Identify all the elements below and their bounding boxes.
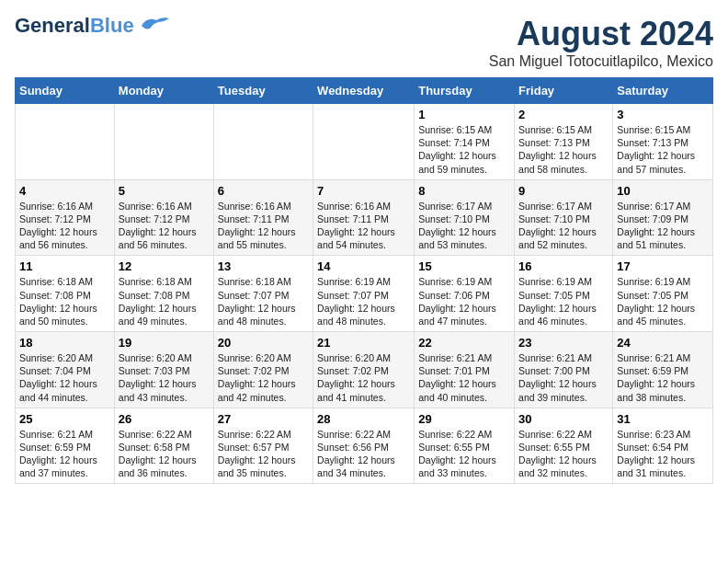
cell-info: Sunrise: 6:15 AM Sunset: 7:13 PM Dayligh… [518,123,609,176]
day-number: 6 [218,184,309,198]
cell-info: Sunrise: 6:20 AM Sunset: 7:03 PM Dayligh… [119,351,210,404]
cell-info: Sunrise: 6:20 AM Sunset: 7:02 PM Dayligh… [317,351,410,404]
day-number: 12 [119,259,210,273]
cell-info: Sunrise: 6:17 AM Sunset: 7:10 PM Dayligh… [418,200,510,252]
calendar-week-row: 11Sunrise: 6:18 AM Sunset: 7:08 PM Dayli… [16,256,713,332]
calendar-week-row: 1Sunrise: 6:15 AM Sunset: 7:14 PM Daylig… [16,104,713,180]
cell-info: Sunrise: 6:21 AM Sunset: 7:01 PM Dayligh… [418,351,510,404]
cell-info: Sunrise: 6:21 AM Sunset: 6:59 PM Dayligh… [19,428,110,480]
day-number: 2 [518,108,609,121]
calendar-cell: 10Sunrise: 6:17 AM Sunset: 7:09 PM Dayli… [613,179,713,256]
calendar-cell: 7Sunrise: 6:16 AM Sunset: 7:11 PM Daylig… [313,179,415,256]
calendar-cell: 2Sunrise: 6:15 AM Sunset: 7:13 PM Daylig… [515,104,613,180]
weekday-header-monday: Monday [114,78,213,104]
calendar-cell [114,104,213,180]
weekday-header-friday: Friday [515,78,613,104]
cell-info: Sunrise: 6:15 AM Sunset: 7:14 PM Dayligh… [418,123,510,176]
calendar-cell: 4Sunrise: 6:16 AM Sunset: 7:12 PM Daylig… [16,179,115,256]
calendar-cell [213,104,313,180]
cell-info: Sunrise: 6:19 AM Sunset: 7:05 PM Dayligh… [518,275,609,327]
cell-info: Sunrise: 6:22 AM Sunset: 6:55 PM Dayligh… [418,428,510,480]
calendar-cell: 28Sunrise: 6:22 AM Sunset: 6:56 PM Dayli… [313,408,415,484]
cell-info: Sunrise: 6:22 AM Sunset: 6:57 PM Dayligh… [218,428,309,480]
cell-info: Sunrise: 6:18 AM Sunset: 7:08 PM Dayligh… [19,275,110,327]
cell-info: Sunrise: 6:15 AM Sunset: 7:13 PM Dayligh… [617,123,709,176]
day-number: 16 [518,259,609,273]
calendar-cell: 6Sunrise: 6:16 AM Sunset: 7:11 PM Daylig… [213,179,313,256]
calendar-cell: 22Sunrise: 6:21 AM Sunset: 7:01 PM Dayli… [415,332,515,408]
day-number: 9 [518,184,609,198]
month-title: August 2024 [489,15,713,53]
calendar-cell: 26Sunrise: 6:22 AM Sunset: 6:58 PM Dayli… [114,408,213,484]
calendar-cell: 8Sunrise: 6:17 AM Sunset: 7:10 PM Daylig… [415,179,515,256]
logo-text: GeneralBlue [15,16,134,36]
calendar-cell: 14Sunrise: 6:19 AM Sunset: 7:07 PM Dayli… [313,256,415,332]
calendar-week-row: 18Sunrise: 6:20 AM Sunset: 7:04 PM Dayli… [16,332,713,408]
cell-info: Sunrise: 6:20 AM Sunset: 7:04 PM Dayligh… [19,351,110,404]
weekday-header-thursday: Thursday [415,78,515,104]
day-number: 17 [617,259,709,273]
title-area: August 2024 San Miguel Totocuitlapilco, … [489,15,713,70]
calendar-cell: 12Sunrise: 6:18 AM Sunset: 7:08 PM Dayli… [114,256,213,332]
day-number: 19 [119,336,210,350]
calendar-cell: 1Sunrise: 6:15 AM Sunset: 7:14 PM Daylig… [415,104,515,180]
calendar-cell: 17Sunrise: 6:19 AM Sunset: 7:05 PM Dayli… [613,256,713,332]
cell-info: Sunrise: 6:23 AM Sunset: 6:54 PM Dayligh… [617,428,709,480]
cell-info: Sunrise: 6:21 AM Sunset: 6:59 PM Dayligh… [617,351,709,404]
location-subtitle: San Miguel Totocuitlapilco, Mexico [489,53,713,70]
day-number: 5 [119,184,210,198]
day-number: 11 [19,259,110,273]
logo-bird-icon [138,15,171,37]
cell-info: Sunrise: 6:16 AM Sunset: 7:11 PM Dayligh… [218,200,309,252]
day-number: 23 [518,336,609,350]
cell-info: Sunrise: 6:17 AM Sunset: 7:10 PM Dayligh… [518,200,609,252]
calendar-cell: 9Sunrise: 6:17 AM Sunset: 7:10 PM Daylig… [515,179,613,256]
logo: GeneralBlue [15,15,171,37]
cell-info: Sunrise: 6:22 AM Sunset: 6:58 PM Dayligh… [119,428,210,480]
cell-info: Sunrise: 6:22 AM Sunset: 6:56 PM Dayligh… [317,428,410,480]
day-number: 27 [218,412,309,426]
calendar-cell [16,104,115,180]
calendar-cell: 16Sunrise: 6:19 AM Sunset: 7:05 PM Dayli… [515,256,613,332]
cell-info: Sunrise: 6:19 AM Sunset: 7:06 PM Dayligh… [418,275,510,327]
cell-info: Sunrise: 6:19 AM Sunset: 7:05 PM Dayligh… [617,275,709,327]
calendar-week-row: 25Sunrise: 6:21 AM Sunset: 6:59 PM Dayli… [16,408,713,484]
calendar-cell: 5Sunrise: 6:16 AM Sunset: 7:12 PM Daylig… [114,179,213,256]
day-number: 26 [119,412,210,426]
day-number: 1 [418,108,510,121]
weekday-header-saturday: Saturday [613,78,713,104]
day-number: 22 [418,336,510,350]
weekday-header-sunday: Sunday [16,78,115,104]
calendar-cell: 15Sunrise: 6:19 AM Sunset: 7:06 PM Dayli… [415,256,515,332]
calendar-cell: 23Sunrise: 6:21 AM Sunset: 7:00 PM Dayli… [515,332,613,408]
calendar-cell: 27Sunrise: 6:22 AM Sunset: 6:57 PM Dayli… [213,408,313,484]
day-number: 31 [617,412,709,426]
cell-info: Sunrise: 6:16 AM Sunset: 7:12 PM Dayligh… [19,200,110,252]
calendar-cell: 31Sunrise: 6:23 AM Sunset: 6:54 PM Dayli… [613,408,713,484]
calendar-cell [313,104,415,180]
calendar-cell: 25Sunrise: 6:21 AM Sunset: 6:59 PM Dayli… [16,408,115,484]
day-number: 13 [218,259,309,273]
calendar-cell: 11Sunrise: 6:18 AM Sunset: 7:08 PM Dayli… [16,256,115,332]
day-number: 29 [418,412,510,426]
cell-info: Sunrise: 6:18 AM Sunset: 7:07 PM Dayligh… [218,275,309,327]
calendar-cell: 30Sunrise: 6:22 AM Sunset: 6:55 PM Dayli… [515,408,613,484]
day-number: 20 [218,336,309,350]
cell-info: Sunrise: 6:22 AM Sunset: 6:55 PM Dayligh… [518,428,609,480]
day-number: 10 [617,184,709,198]
calendar-table: SundayMondayTuesdayWednesdayThursdayFrid… [15,77,713,484]
cell-info: Sunrise: 6:17 AM Sunset: 7:09 PM Dayligh… [617,200,709,252]
calendar-cell: 13Sunrise: 6:18 AM Sunset: 7:07 PM Dayli… [213,256,313,332]
day-number: 24 [617,336,709,350]
calendar-cell: 19Sunrise: 6:20 AM Sunset: 7:03 PM Dayli… [114,332,213,408]
day-number: 21 [317,336,410,350]
cell-info: Sunrise: 6:16 AM Sunset: 7:12 PM Dayligh… [119,200,210,252]
calendar-cell: 3Sunrise: 6:15 AM Sunset: 7:13 PM Daylig… [613,104,713,180]
day-number: 7 [317,184,410,198]
calendar-week-row: 4Sunrise: 6:16 AM Sunset: 7:12 PM Daylig… [16,179,713,256]
day-number: 15 [418,259,510,273]
cell-info: Sunrise: 6:21 AM Sunset: 7:00 PM Dayligh… [518,351,609,404]
calendar-cell: 18Sunrise: 6:20 AM Sunset: 7:04 PM Dayli… [16,332,115,408]
day-number: 8 [418,184,510,198]
weekday-header-tuesday: Tuesday [213,78,313,104]
